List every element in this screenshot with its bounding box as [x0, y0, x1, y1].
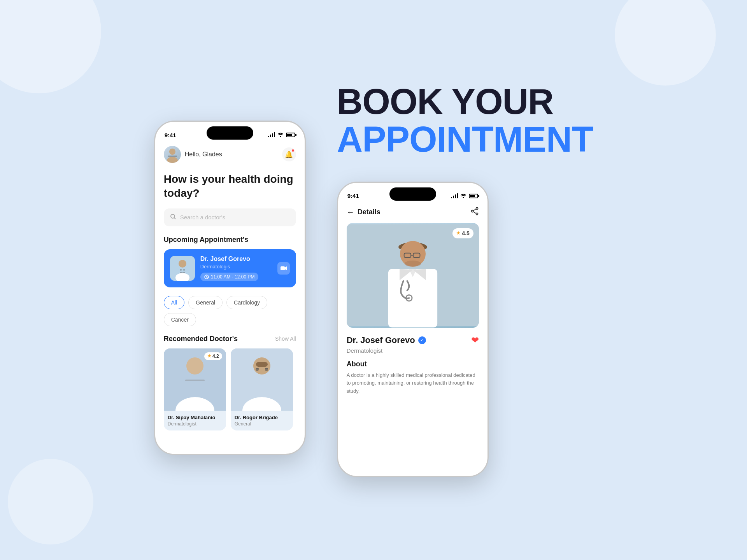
phone1-content: Hello, Glades 🔔 How is your health doing… — [155, 143, 305, 430]
heart-icon[interactable]: ❤ — [471, 335, 479, 346]
svg-point-1 — [167, 157, 178, 163]
doctor-card-2[interactable]: Dr. Rogor Brigade General — [231, 348, 293, 430]
avatar — [164, 146, 181, 163]
about-text: A doctor is a highly skilled medical pro… — [347, 371, 479, 396]
show-all-link[interactable]: Show All — [275, 336, 296, 342]
battery-icon-2 — [469, 194, 478, 198]
video-call-icon[interactable] — [277, 262, 290, 275]
svg-point-22 — [256, 368, 259, 371]
star-icon-1: ★ — [207, 354, 211, 359]
doctor-card-specialty-2: General — [235, 421, 289, 427]
main-heading: How is your health doing today? — [164, 172, 296, 201]
svg-rect-20 — [256, 362, 268, 367]
status-icons-2 — [451, 192, 478, 200]
filter-cardiology[interactable]: Cardiology — [226, 296, 267, 309]
svg-point-0 — [169, 149, 175, 155]
svg-point-8 — [180, 269, 182, 271]
doctor-card-specialty-1: Dermatologist — [168, 421, 222, 427]
doctor-hero-image: ★ 4.5 — [347, 223, 479, 328]
greeting-text: Hello, Glades — [185, 151, 222, 158]
rating-value-1: 4.2 — [212, 354, 219, 359]
verified-badge: ✓ — [418, 336, 426, 344]
filter-cancer[interactable]: Cancer — [164, 313, 196, 326]
doctor-cards-row: ★ 4.2 Dr. Sipay Mahalanio — [164, 348, 296, 430]
right-section: BOOK YOUR APPOINTMENT 9:41 — [337, 83, 593, 477]
notification-bell[interactable]: 🔔 — [282, 147, 296, 161]
user-info: Hello, Glades — [164, 146, 222, 163]
doctor-card-info-1: Dr. Sipay Mahalanio Dermatologist — [164, 411, 226, 430]
svg-rect-38 — [388, 269, 437, 327]
svg-point-37 — [404, 261, 421, 267]
search-placeholder: Search a doctor's — [180, 214, 225, 220]
appointment-card[interactable]: Dr. Josef Gorevo Dermatologis 11:00 AM -… — [164, 249, 296, 287]
doctor-detail-specialty: Dermatologist — [347, 347, 479, 354]
battery-icon-1 — [286, 133, 295, 137]
svg-rect-17 — [185, 380, 205, 381]
appointment-time: 11:00 AM - 12:00 PM — [211, 274, 255, 280]
wifi-icon-2 — [460, 192, 466, 200]
doctor-card-image-1: ★ 4.2 — [164, 348, 226, 411]
phone2-content: ← Details — [338, 204, 487, 396]
category-filters: All General Cardiology Cancer — [164, 296, 296, 326]
search-bar[interactable]: Search a doctor's — [164, 208, 296, 226]
svg-point-28 — [471, 210, 473, 212]
search-icon — [170, 214, 176, 221]
phone-left-wrapper: 9:41 — [154, 121, 306, 455]
top-bar: Hello, Glades 🔔 — [164, 146, 296, 163]
headline-line2: APPOINTMENT — [337, 121, 593, 158]
hero-rating: ★ 4.5 — [452, 228, 473, 238]
svg-point-15 — [186, 357, 203, 374]
doctor-detail-name: Dr. Josef Gorevo — [347, 335, 415, 345]
page-container: 9:41 — [0, 0, 747, 560]
filter-all[interactable]: All — [164, 296, 185, 309]
appointment-doctor-avatar — [170, 256, 195, 281]
rating-badge-1: ★ 4.2 — [204, 352, 222, 360]
phone-1-frame: 9:41 — [154, 121, 306, 455]
headline-line1: BOOK YOUR — [337, 83, 593, 121]
filter-general[interactable]: General — [188, 296, 223, 309]
share-icon[interactable] — [470, 207, 479, 217]
status-icons-1 — [268, 132, 295, 138]
dynamic-island-2 — [389, 187, 436, 201]
doctor-card-image-2 — [231, 348, 293, 411]
hero-rating-value: 4.5 — [462, 230, 469, 236]
signal-icon-1 — [268, 133, 275, 137]
status-time-1: 9:41 — [165, 132, 176, 138]
status-time-2: 9:41 — [347, 192, 359, 199]
appointment-time-badge: 11:00 AM - 12:00 PM — [200, 273, 259, 281]
hero-star-icon: ★ — [456, 231, 460, 236]
doctor-card-info-2: Dr. Rogor Brigade General — [231, 411, 293, 430]
svg-point-23 — [265, 368, 268, 371]
notification-dot — [291, 149, 295, 152]
appointment-doctor-name: Dr. Josef Gorevo — [200, 256, 272, 262]
doctor-detail-name-row: Dr. Josef Gorevo ✓ ❤ — [347, 335, 479, 346]
appointment-info: Dr. Josef Gorevo Dermatologis 11:00 AM -… — [200, 256, 272, 281]
svg-line-30 — [473, 212, 476, 213]
recommended-header: Recomended Doctor's Show All — [164, 335, 296, 343]
recommended-title: Recomended Doctor's — [164, 335, 238, 343]
dynamic-island-1 — [207, 126, 253, 140]
svg-line-29 — [473, 209, 476, 210]
doctor-card-1[interactable]: ★ 4.2 Dr. Sipay Mahalanio — [164, 348, 226, 430]
about-title: About — [347, 360, 479, 368]
wifi-icon-1 — [277, 132, 284, 138]
back-button[interactable]: ← Details — [347, 208, 381, 217]
signal-icon-2 — [451, 194, 458, 198]
svg-rect-13 — [281, 266, 285, 270]
phone-right-wrapper: 9:41 — [337, 182, 489, 477]
phone-2-frame: 9:41 — [337, 182, 489, 477]
svg-point-6 — [179, 260, 186, 268]
section-upcoming-title: Upcoming Appointment's — [164, 236, 296, 244]
details-title: Details — [358, 208, 381, 216]
svg-rect-2 — [168, 156, 177, 157]
svg-line-4 — [174, 217, 175, 219]
doctor-card-name-1: Dr. Sipay Mahalanio — [168, 415, 222, 420]
svg-point-27 — [476, 213, 478, 215]
headline-block: BOOK YOUR APPOINTMENT — [337, 83, 593, 158]
svg-point-26 — [476, 207, 478, 209]
back-arrow-icon: ← — [347, 208, 354, 217]
svg-line-12 — [207, 277, 207, 278]
appointment-specialty: Dermatologis — [200, 264, 272, 270]
doctor-card-name-2: Dr. Rogor Brigade — [235, 415, 289, 420]
phone2-header: ← Details — [347, 207, 479, 217]
